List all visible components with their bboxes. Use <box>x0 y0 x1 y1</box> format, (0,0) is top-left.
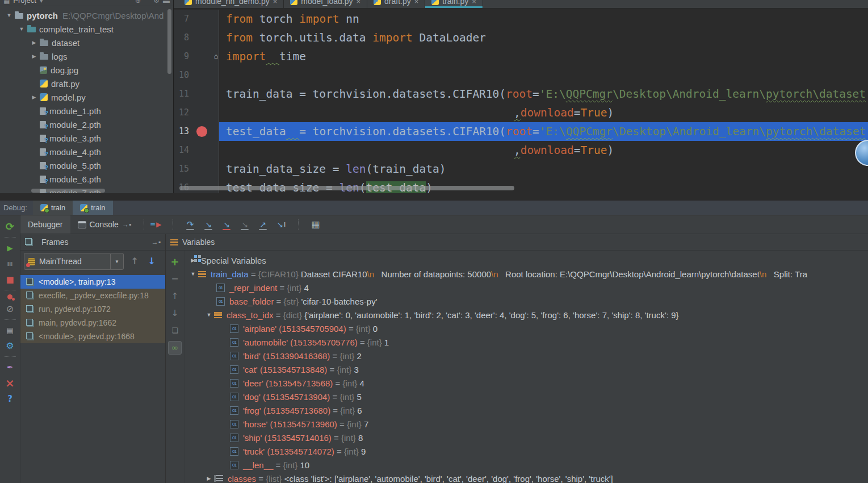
editor-horizontal-scrollbar[interactable] <box>179 186 514 190</box>
code-gutter[interactable]: 8 <box>174 28 219 47</box>
breakpoint-icon[interactable] <box>196 126 207 137</box>
tree-item-complete_train_test[interactable]: ▼complete_train_test <box>0 22 173 36</box>
code-gutter[interactable]: 11 <box>174 85 219 103</box>
variable-row[interactable]: 01'dog' (1513545713904) = {int} 5 <box>184 390 868 403</box>
tree-item-logs[interactable]: ▶logs <box>0 49 173 63</box>
variable-row[interactable]: 01'horse' (1513545713960) = {int} 7 <box>184 417 868 431</box>
code-line-7[interactable]: 7from torch import nn <box>174 10 868 28</box>
chevron-expanded-icon[interactable]: ▼ <box>16 26 27 32</box>
code-gutter[interactable]: 13 <box>174 122 219 141</box>
frame-row[interactable]: <module>, pydevd.py:1668 <box>20 330 165 343</box>
close-tab-icon[interactable]: × <box>472 0 476 6</box>
code-line-9[interactable]: 9⌂import time <box>174 47 868 66</box>
frame-row[interactable]: <module>, train.py:13 <box>20 275 165 289</box>
remove-watch-icon[interactable]: − <box>169 273 181 285</box>
tree-item-module_1.pth[interactable]: module_1.pth <box>0 104 173 118</box>
variable-row[interactable]: 01'airplane' (1513545705904) = {int} 0 <box>184 322 868 335</box>
variable-row[interactable]: ▶classes = {list} <class 'list'>: ['airp… <box>184 472 868 483</box>
tree-item-module_4.pth[interactable]: module_4.pth <box>0 145 173 159</box>
mute-breakpoints-icon[interactable]: ⊘ <box>4 303 16 315</box>
hide-panel-icon[interactable]: ▬ <box>163 0 170 5</box>
chevron-expanded-icon[interactable]: ▼ <box>204 312 214 318</box>
tree-item-draft.py[interactable]: draft.py <box>0 77 173 90</box>
show-watches-icon[interactable]: ∞ <box>168 341 182 355</box>
force-step-into-icon[interactable]: ↘ <box>238 218 251 231</box>
variable-row[interactable]: 01'frog' (1513545713680) = {int} 6 <box>184 403 868 417</box>
tab-debugger[interactable]: Debugger <box>20 215 70 234</box>
code-text[interactable] <box>219 66 868 85</box>
run-to-cursor-icon[interactable]: ↘I <box>275 218 287 231</box>
variable-row[interactable]: 01'cat' (1513545713848) = {int} 3 <box>184 363 868 376</box>
chevron-collapsed-icon[interactable]: ▶ <box>28 40 40 45</box>
code-line-15[interactable]: 15train_data_size = len(train_data) <box>174 160 868 178</box>
chevron-expanded-icon[interactable]: ▼ <box>3 13 15 18</box>
code-line-14[interactable]: 14,download=True) <box>174 141 868 160</box>
editor-tab-train.py[interactable]: train.py× <box>425 0 483 8</box>
debug-session-tab-train-0[interactable]: train <box>33 201 73 215</box>
code-text[interactable]: from torch import nn <box>219 10 868 28</box>
tree-item-model.py[interactable]: ▶model.py <box>0 90 173 104</box>
code-text[interactable]: ,download=True) <box>219 141 868 160</box>
code-gutter[interactable]: 12 <box>174 103 219 122</box>
tree-item-dog.jpg[interactable]: dog.jpg <box>0 63 173 77</box>
move-up-icon[interactable]: ↑ <box>169 290 181 302</box>
variable-row[interactable]: ▶Special Variables <box>184 253 868 267</box>
project-horizontal-scrollbar[interactable] <box>31 189 105 193</box>
float-window-icon[interactable]: →▪ <box>152 238 161 246</box>
tab-console[interactable]: Console →▪ <box>70 215 139 234</box>
chevron-collapsed-icon[interactable]: ▶ <box>28 53 40 59</box>
project-vertical-scrollbar[interactable] <box>167 9 171 74</box>
editor-debug-divider[interactable] <box>0 193 868 201</box>
stop-icon[interactable]: ■ <box>4 273 16 286</box>
chevron-expanded-icon[interactable]: ▼ <box>188 271 198 277</box>
close-tab-icon[interactable]: × <box>414 0 419 6</box>
variable-row[interactable]: 01'deer' (1513545713568) = {int} 4 <box>184 376 868 390</box>
tree-item-module_2.pth[interactable]: module_2.pth <box>0 118 173 131</box>
tree-item-pytorch[interactable]: ▼pytorchE:\QQPCmgr\Desktop\And <box>0 9 173 22</box>
code-text[interactable]: ,download=True) <box>219 103 868 122</box>
editor-tab-draft.py[interactable]: draft.py× <box>367 0 425 8</box>
project-panel-title[interactable]: Project <box>13 0 36 5</box>
code-text[interactable]: train_data_size = len(train_data) <box>219 160 868 178</box>
collapse-all-icon[interactable]: ⌃ <box>144 0 150 5</box>
variable-row[interactable]: 01'automobile' (1513545705776) = {int} 1 <box>184 335 868 349</box>
pin-icon[interactable]: ✒ <box>4 361 16 373</box>
code-gutter[interactable]: 10 <box>174 66 219 85</box>
close-tab-icon[interactable]: × <box>273 0 278 6</box>
variable-row[interactable]: 01__len__ = {int} 10 <box>184 458 868 472</box>
move-down-icon[interactable]: ↓ <box>169 307 181 319</box>
code-line-8[interactable]: 8from torch.utils.data import DataLoader <box>174 28 868 47</box>
code-text[interactable]: import time <box>219 47 868 66</box>
frame-row[interactable]: main, pydevd.py:1662 <box>20 316 165 330</box>
close-icon[interactable]: × <box>4 377 16 389</box>
editor-tab-model_load.py[interactable]: model_load.py× <box>284 0 367 8</box>
step-into-my-code-icon[interactable]: ↘ <box>220 218 233 231</box>
step-over-icon[interactable]: ↷ <box>184 218 196 231</box>
code-line-12[interactable]: 12,download=True) <box>174 103 868 122</box>
code-line-10[interactable]: 10 <box>174 66 868 85</box>
frame-up-icon[interactable]: ↑ <box>128 255 141 268</box>
code-text[interactable]: test_data = torchvision.datasets.CIFAR10… <box>219 122 868 141</box>
variable-row[interactable]: 01_repr_indent = {int} 4 <box>184 281 868 294</box>
pause-icon[interactable]: ▮▮ <box>4 257 16 270</box>
variable-row[interactable]: 01'ship' (1513545714016) = {int} 8 <box>184 431 868 444</box>
thread-selector[interactable]: MainThread ▼ <box>24 253 124 270</box>
code-gutter[interactable]: 9⌂ <box>174 47 219 66</box>
editor-tab-module_nn_demo.py[interactable]: module_nn_demo.py× <box>178 0 284 8</box>
tree-item-module_3.pth[interactable]: module_3.pth <box>0 131 173 145</box>
step-out-icon[interactable]: ↗ <box>257 218 269 231</box>
chevron-down-icon[interactable]: ▾ <box>40 0 43 5</box>
duplicate-icon[interactable]: ❏ <box>169 324 181 336</box>
view-breakpoints-icon[interactable] <box>7 294 12 299</box>
chevron-collapsed-icon[interactable]: ▶ <box>188 257 198 263</box>
fold-marker-icon[interactable]: ⌂ <box>214 47 218 66</box>
variable-row[interactable]: ▼class_to_idx = {dict} {'airplane': 0, '… <box>184 308 868 322</box>
step-into-icon[interactable]: ↘ <box>202 218 215 231</box>
tree-item-module_6.pth[interactable]: module_6.pth <box>0 172 173 186</box>
code-text[interactable]: train_data = torchvision.datasets.CIFAR1… <box>219 85 868 103</box>
settings-icon[interactable]: ⚙ <box>153 0 160 5</box>
code-line-13[interactable]: 13test_data = torchvision.datasets.CIFAR… <box>174 122 868 141</box>
frame-row[interactable]: run, pydevd.py:1072 <box>20 302 165 316</box>
chevron-down-icon[interactable]: ▼ <box>110 254 123 269</box>
restore-layout-icon[interactable]: ▤ <box>4 324 16 336</box>
